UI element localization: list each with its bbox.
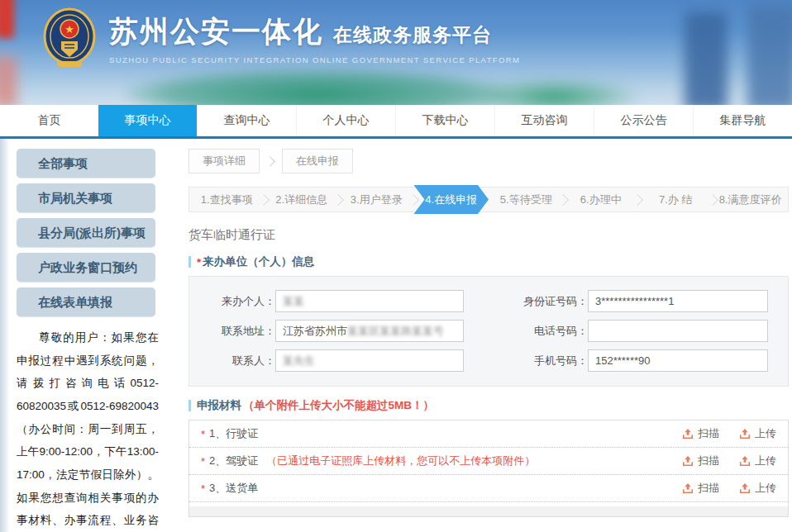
material-row-driving-permit: * 1、行驶证 扫描 上传 <box>189 420 788 448</box>
materials-section-header: 申报材料 （单个附件上传大小不能超过5MB！） <box>188 398 789 413</box>
page-title: 货车临时通行证 <box>188 227 789 243</box>
site-subtitle: 在线政务服务平台 <box>333 22 492 48</box>
sidebar-edge-gradient <box>0 139 10 532</box>
breadcrumb: 事项详细 在线申报 <box>188 149 789 173</box>
nav-item-cluster-nav[interactable]: 集群导航 <box>693 105 792 136</box>
materials-size-note: （单个附件上传大小不能超过5MB！） <box>243 398 434 413</box>
step-8-satisfaction[interactable]: 8.满意度评价 <box>713 188 789 211</box>
progress-steps: 1.查找事项 2.详细信息 3.用户登录 4.在线申报 5.等待受理 6.办理中… <box>188 187 789 212</box>
applicant-section-title: 来办单位（个人）信息 <box>203 254 314 269</box>
sidebar-item-city-bureau[interactable]: 市局机关事项 <box>17 183 155 212</box>
background-blob <box>0 0 14 38</box>
site-title: 苏州公安一体化 <box>109 12 323 51</box>
required-asterisk: * <box>201 428 205 440</box>
sidebar-item-county-branch[interactable]: 县分局(派出所)事项 <box>17 218 155 247</box>
main-nav: 首页 事项中心 查询中心 个人中心 下载中心 互动咨询 公示公告 集群导航 <box>0 105 792 139</box>
visitor-label: 来办个人： <box>193 294 275 309</box>
section-marker-bar <box>188 256 191 268</box>
address-visible-value: 江苏省苏州市 <box>283 324 347 339</box>
upload-icon <box>682 428 694 439</box>
redacted-contact-value: 某先生 <box>283 354 315 368</box>
phone-label: 电话号码： <box>464 324 588 339</box>
scan-label: 扫描 <box>698 454 719 468</box>
scan-button[interactable]: 扫描 <box>682 481 719 496</box>
address-label: 联系地址： <box>193 324 275 339</box>
scan-label: 扫描 <box>698 481 719 496</box>
material-row-driver-license: * 2、驾驶证 （已通过电子证照库上传材料，您可以不上传本项附件） 扫描 上传 <box>189 448 788 475</box>
sidebar-item-all-matters[interactable]: 全部事项 <box>17 149 155 178</box>
background-blob <box>0 56 17 105</box>
chevron-right-icon <box>265 156 275 167</box>
nav-item-query-center[interactable]: 查询中心 <box>197 105 296 136</box>
upload-button[interactable]: 上传 <box>739 481 776 496</box>
upload-icon <box>739 482 751 494</box>
help-notice-text: 尊敬的用户：如果您在申报过程中遇到系统问题，请拨打咨询电话0512-608200… <box>17 326 159 532</box>
nav-item-download-center[interactable]: 下载中心 <box>395 105 494 136</box>
upload-button[interactable]: 上传 <box>739 426 776 441</box>
contact-input[interactable]: 某先生 <box>275 349 464 372</box>
breadcrumb-item-online-apply[interactable]: 在线申报 <box>282 149 353 173</box>
nav-item-matters-center[interactable]: 事项中心 <box>98 105 197 136</box>
address-input[interactable]: 江苏省苏州市 某某区某某路某某号 <box>275 320 464 342</box>
nav-item-personal-center[interactable]: 个人中心 <box>296 105 395 136</box>
required-asterisk: * <box>201 482 205 495</box>
sidebar-item-online-form[interactable]: 在线表单填报 <box>17 287 155 316</box>
phone-input[interactable] <box>588 320 768 342</box>
contact-label: 联系人： <box>193 354 275 368</box>
step-3-user-login[interactable]: 3.用户登录 <box>339 188 414 211</box>
redacted-visitor-value: 某某 <box>283 294 304 309</box>
sidebar-item-household-reservation[interactable]: 户政业务窗口预约 <box>17 253 155 282</box>
material-label: 3、送货单 <box>209 481 258 496</box>
background-trees <box>124 69 513 105</box>
nav-item-home[interactable]: 首页 <box>0 105 98 136</box>
breadcrumb-item-detail[interactable]: 事项详细 <box>188 149 260 173</box>
step-1-find-matter[interactable]: 1.查找事项 <box>189 188 265 211</box>
background-building <box>685 12 728 105</box>
step-2-detail-info[interactable]: 2.详细信息 <box>265 188 340 211</box>
nav-item-announcements[interactable]: 公示公告 <box>594 105 693 136</box>
required-asterisk: * <box>201 455 205 468</box>
applicant-section-header: * 来办单位（个人）信息 <box>188 254 789 269</box>
upload-button[interactable]: 上传 <box>739 454 776 468</box>
step-4-online-apply[interactable]: 4.在线申报 <box>414 185 489 214</box>
content: 事项详细 在线申报 1.查找事项 2.详细信息 3.用户登录 4.在线申报 5.… <box>175 139 792 530</box>
step-5-wait-accept[interactable]: 5.等待受理 <box>489 188 564 211</box>
redacted-address-value: 某某区某某路某某号 <box>347 324 444 339</box>
scan-label: 扫描 <box>698 426 719 441</box>
svg-text:★: ★ <box>64 23 74 36</box>
step-7-complete[interactable]: 7.办 结 <box>638 188 713 211</box>
background-trees <box>463 77 645 105</box>
step-6-processing[interactable]: 6.办理中 <box>564 188 639 211</box>
scan-button[interactable]: 扫描 <box>682 426 719 441</box>
required-asterisk: * <box>197 256 201 268</box>
material-row-delivery-note: * 3、送货单 扫描 上传 <box>189 475 788 502</box>
site-subtitle-en: SUZHOU PUBLIC SECURITY INTEGRATION ONLIN… <box>109 55 520 64</box>
materials-list: * 1、行驶证 扫描 上传 * 2、驾驶证 （已通过电子证照库上传材料，您可以不… <box>188 420 789 517</box>
background-building <box>747 5 792 105</box>
police-emblem-icon: ★ <box>43 7 96 69</box>
scan-button[interactable]: 扫描 <box>682 454 719 468</box>
mobile-label: 手机号码： <box>464 354 588 368</box>
upload-icon <box>739 428 751 439</box>
material-note: （已通过电子证照库上传材料，您可以不上传本项附件） <box>266 454 535 468</box>
visitor-input[interactable]: 某某 <box>275 290 464 312</box>
upload-icon <box>682 482 694 494</box>
id-number-input[interactable] <box>588 290 768 312</box>
mobile-input[interactable] <box>588 349 768 372</box>
upload-label: 上传 <box>755 481 776 496</box>
section-marker-bar <box>188 400 191 411</box>
site-header: ★ 苏州公安一体化 在线政务服务平台 SUZHOU PUBLIC SECURIT… <box>0 0 792 105</box>
material-label: 2、驾驶证 <box>209 454 258 468</box>
sidebar: 全部事项 市局机关事项 县分局(派出所)事项 户政业务窗口预约 在线表单填报 尊… <box>0 139 175 530</box>
id-number-label: 身份证号码： <box>464 294 588 309</box>
upload-icon <box>682 455 694 467</box>
brand: ★ 苏州公安一体化 在线政务服务平台 SUZHOU PUBLIC SECURIT… <box>43 7 520 69</box>
material-label: 1、行驶证 <box>209 426 258 441</box>
upload-icon <box>739 455 751 467</box>
nav-item-interaction[interactable]: 互动咨询 <box>494 105 594 136</box>
panel-footer-strip <box>189 506 788 516</box>
materials-section-title: 申报材料 <box>197 398 241 413</box>
upload-label: 上传 <box>755 454 776 468</box>
applicant-form: 来办个人： 某某 身份证号码： 联系地址： 江苏省苏州市 某某区某某路某某号 电… <box>188 276 789 387</box>
upload-label: 上传 <box>755 426 776 441</box>
